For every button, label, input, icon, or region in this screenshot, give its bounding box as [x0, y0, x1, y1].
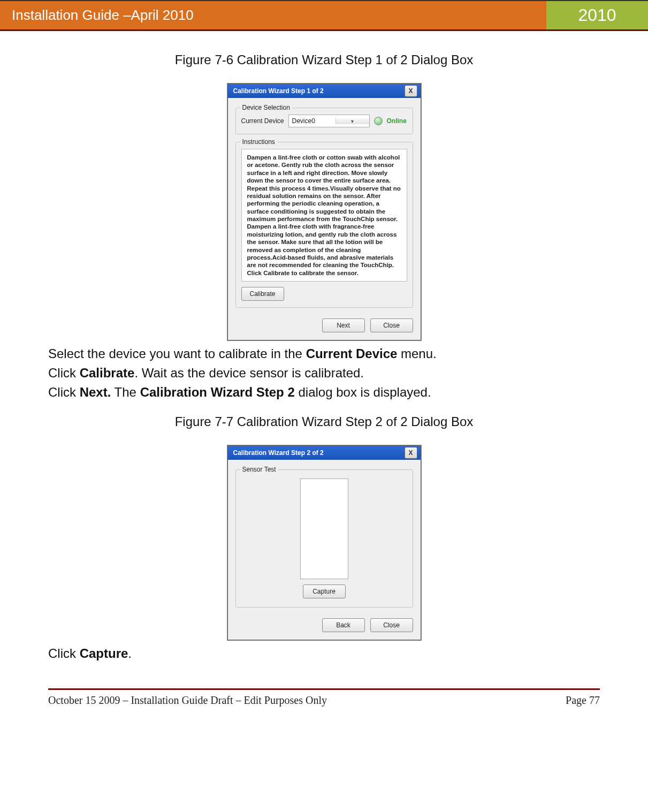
close-button[interactable]: X: [405, 85, 417, 97]
doc-year: 2010: [546, 0, 648, 31]
calibrate-button[interactable]: Calibrate: [241, 287, 284, 301]
dialog2-title: Calibration Wizard Step 2 of 2: [233, 449, 324, 457]
calibration-step1-dialog: Calibration Wizard Step 1 of 2 X Device …: [227, 84, 421, 340]
footer-right: Page 77: [566, 694, 600, 707]
close-button-bottom[interactable]: Close: [370, 318, 413, 332]
dialog-body: Device Selection Current Device Device0 …: [228, 98, 421, 340]
sensor-test-group: Sensor Test Capture: [235, 469, 413, 608]
status-indicator-icon: [374, 117, 383, 125]
dialog2-body: Sensor Test Capture Back Close: [228, 460, 421, 640]
footer-left: October 15 2009 – Installation Guide Dra…: [48, 694, 327, 707]
doc-title: Installation Guide –April 2010: [0, 0, 546, 31]
sensor-area: Capture: [241, 476, 407, 601]
dialog-titlebar: Calibration Wizard Step 1 of 2 X: [228, 84, 421, 98]
figure-1-caption: Figure 7-6 Calibration Wizard Step 1 of …: [48, 52, 600, 67]
instruction-line-4: Click Capture.: [48, 646, 600, 662]
sensor-test-label: Sensor Test: [240, 466, 278, 473]
current-device-value: Device0: [289, 117, 336, 125]
dialog-title: Calibration Wizard Step 1 of 2: [233, 87, 324, 95]
current-device-dropdown[interactable]: Device0 ▾: [288, 115, 370, 127]
back-button[interactable]: Back: [322, 618, 365, 632]
dialog2-titlebar: Calibration Wizard Step 2 of 2 X: [228, 446, 421, 460]
instructions-label: Instructions: [240, 138, 277, 146]
status-text: Online: [387, 117, 407, 125]
close-button[interactable]: X: [405, 447, 417, 459]
calibration-step2-dialog: Calibration Wizard Step 2 of 2 X Sensor …: [227, 445, 421, 640]
instructions-group: Instructions Dampen a lint-free cloth or…: [235, 142, 413, 308]
figure-1-image: Calibration Wizard Step 1 of 2 X Device …: [48, 84, 600, 340]
instruction-line-3: Click Next. The Calibration Wizard Step …: [48, 384, 600, 400]
dialog2-button-row: Back Close: [235, 615, 413, 632]
page-footer: October 15 2009 – Installation Guide Dra…: [48, 688, 600, 707]
current-device-label: Current Device: [241, 117, 284, 125]
doc-header: Installation Guide –April 2010 2010: [0, 0, 648, 31]
sensor-preview: [300, 479, 348, 579]
dialog-button-row: Next Close: [235, 315, 413, 332]
instruction-line-2: Click Calibrate. Wait as the device sens…: [48, 365, 600, 381]
page: Installation Guide –April 2010 2010 Figu…: [0, 0, 648, 717]
close-button-bottom[interactable]: Close: [370, 618, 413, 632]
chevron-down-icon: ▾: [336, 118, 369, 124]
content: Figure 7-6 Calibration Wizard Step 1 of …: [0, 31, 648, 672]
device-selection-group: Device Selection Current Device Device0 …: [235, 108, 413, 134]
instructions-text: Dampen a lint-free cloth or cotton swab …: [241, 149, 407, 282]
instruction-line-1: Select the device you want to calibrate …: [48, 346, 600, 362]
calibrate-row: Calibrate: [241, 282, 407, 301]
device-selection-label: Device Selection: [240, 104, 292, 111]
figure-2-caption: Figure 7-7 Calibration Wizard Step 2 of …: [48, 414, 600, 429]
figure-2-image: Calibration Wizard Step 2 of 2 X Sensor …: [48, 445, 600, 640]
next-button[interactable]: Next: [322, 318, 365, 332]
capture-button[interactable]: Capture: [303, 585, 346, 598]
device-selection-row: Current Device Device0 ▾ Online: [241, 115, 407, 127]
